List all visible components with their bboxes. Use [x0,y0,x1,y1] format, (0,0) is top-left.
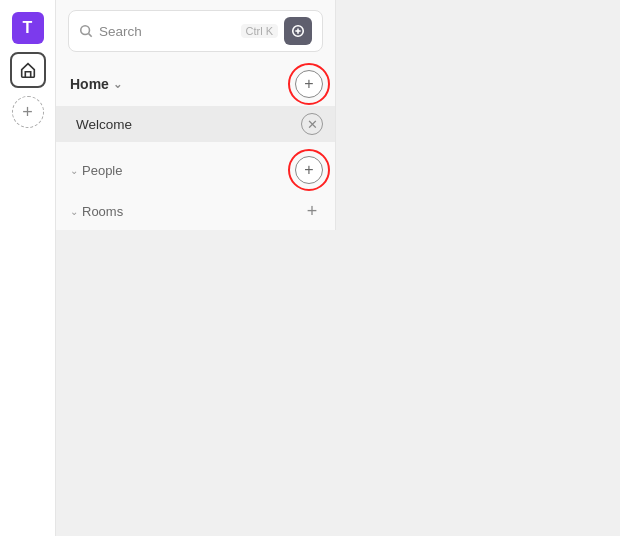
home-chevron-icon: ⌄ [113,78,122,91]
people-label: People [82,163,122,178]
home-label: Home [70,76,109,92]
welcome-nav-item[interactable]: Welcome ✕ [56,106,335,142]
search-placeholder: Search [99,24,235,39]
people-label-group: ⌄ People [70,163,122,178]
add-people-icon: + [304,161,313,179]
close-icon: ✕ [307,117,318,132]
rooms-section-header[interactable]: ⌄ Rooms + [56,192,335,230]
rooms-label: Rooms [82,204,123,219]
welcome-item-label: Welcome [76,117,132,132]
svg-point-0 [81,26,90,35]
add-home-icon: + [304,75,313,93]
compose-button[interactable] [284,17,312,45]
search-shortcut-badge: Ctrl K [241,24,279,38]
app-container: T + Search Ctrl K [0,0,620,536]
add-workspace-button[interactable]: + [12,96,44,128]
add-rooms-button[interactable]: + [301,200,323,222]
people-section-header[interactable]: ⌄ People + [56,148,335,192]
workspace-avatar[interactable]: T [12,12,44,44]
home-icon-button[interactable] [10,52,46,88]
main-content-area [336,0,620,536]
icon-sidebar: T + [0,0,56,536]
home-section: Home ⌄ + Welcome ✕ [56,60,335,148]
add-home-button[interactable]: + [295,70,323,98]
search-bar[interactable]: Search Ctrl K [68,10,323,52]
svg-line-1 [89,34,92,37]
add-people-button[interactable]: + [295,156,323,184]
main-sidebar-wrapper: Search Ctrl K Home ⌄ + [56,0,336,536]
home-nav-header[interactable]: Home ⌄ + [56,64,335,104]
home-label-group: Home ⌄ [70,76,122,92]
welcome-close-button[interactable]: ✕ [301,113,323,135]
rooms-chevron-icon: ⌄ [70,206,78,217]
main-sidebar: Search Ctrl K Home ⌄ + [56,0,336,230]
people-chevron-icon: ⌄ [70,165,78,176]
home-svg-icon [19,61,37,79]
rooms-label-group: ⌄ Rooms [70,204,123,219]
search-icon [79,24,93,38]
